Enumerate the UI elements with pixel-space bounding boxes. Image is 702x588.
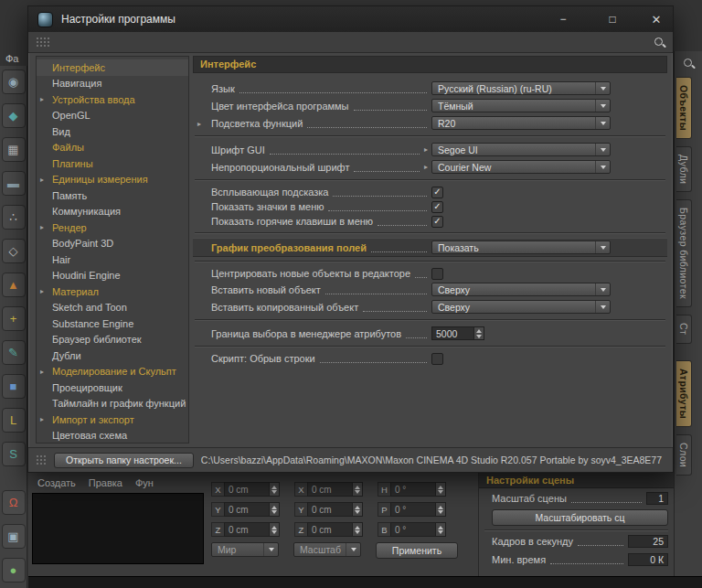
sidebar-item[interactable]: Память: [37, 187, 188, 204]
sidebar-item[interactable]: ▸Единицы измерения: [37, 172, 188, 188]
sidebar-item[interactable]: Файлы: [37, 140, 188, 156]
sidebar-item[interactable]: ▸Моделирование и Скульпт: [37, 364, 188, 380]
drag-grip[interactable]: [36, 37, 50, 48]
spline-tool-icon[interactable]: S: [2, 442, 26, 466]
setting-dropdown[interactable]: Показать: [431, 241, 611, 254]
tab-doubles[interactable]: Дубли: [676, 146, 692, 192]
spline-pen-icon[interactable]: ✎: [2, 340, 26, 365]
sidebar-item[interactable]: Таймлайн и график функций: [37, 396, 188, 412]
sidebar-item[interactable]: Браузер библиотек: [37, 332, 188, 348]
sidebar-item[interactable]: Интерфейс: [37, 59, 188, 76]
world-system-dropdown[interactable]: Мир: [211, 542, 279, 557]
lock-icon[interactable]: ●: [2, 558, 26, 583]
sidebar-item[interactable]: Цветовая схема: [37, 428, 188, 444]
coordinate-input[interactable]: 0 °: [390, 502, 436, 517]
minimize-button[interactable]: −: [548, 6, 578, 32]
sidebar-item[interactable]: Sketch and Toon: [37, 300, 188, 316]
scene-value-input[interactable]: 25: [628, 535, 668, 548]
texture-mode-icon[interactable]: ▦: [2, 137, 26, 162]
sidebar-item[interactable]: Плагины: [37, 155, 188, 172]
setting-dropdown[interactable]: Русский (Russian) (ru-RU): [431, 81, 611, 95]
spinner-arrows-icon[interactable]: [353, 482, 363, 497]
search-icon[interactable]: [683, 58, 695, 69]
setting-checkbox[interactable]: ✓: [431, 187, 443, 198]
setting-dropdown[interactable]: Тёмный: [431, 99, 611, 112]
close-button[interactable]: ✕: [642, 6, 671, 32]
scene-value-input[interactable]: 0 К: [628, 553, 668, 566]
cube-primitive-icon[interactable]: ■: [2, 374, 26, 399]
menu-item[interactable]: Правка: [89, 477, 122, 488]
sidebar-item[interactable]: Проецировщик: [37, 380, 188, 396]
tab-attributes[interactable]: Атрибуты: [676, 360, 692, 427]
viewport-solo-icon[interactable]: ▣: [2, 524, 26, 549]
sidebar-item[interactable]: Коммуникация: [37, 204, 188, 220]
maximize-button[interactable]: □: [598, 6, 627, 32]
sidebar-item[interactable]: ▸Импорт и экспорт: [37, 412, 188, 428]
spinner-arrows-icon[interactable]: [353, 502, 363, 517]
sidebar-item[interactable]: Навигация: [37, 76, 188, 92]
file-menu-item[interactable]: Фа: [5, 53, 18, 64]
coordinate-input[interactable]: 0 cm: [307, 522, 353, 537]
coordinate-input[interactable]: 0 cm: [224, 502, 270, 517]
polygons-mode-icon[interactable]: ▲: [2, 273, 26, 297]
scene-value-input[interactable]: 1: [646, 492, 668, 505]
spinner-arrows-icon[interactable]: [270, 482, 280, 497]
dotted-leader: [325, 285, 427, 294]
sidebar-item[interactable]: ▸Рендер: [37, 219, 188, 236]
separator: [195, 346, 665, 347]
workplane-icon[interactable]: ▬: [2, 171, 26, 196]
sidebar-item[interactable]: Houdini Engine: [37, 268, 188, 284]
sidebar-item[interactable]: ▸Устройства ввода: [37, 91, 188, 108]
edges-mode-icon[interactable]: ◇: [2, 239, 26, 263]
sidebar-item[interactable]: Дубли: [37, 347, 188, 364]
dialog-titlebar[interactable]: Настройки программы − □ ✕: [28, 6, 673, 32]
spinner-arrows-icon[interactable]: [353, 522, 363, 537]
scale-scene-button[interactable]: Масштабировать сц: [492, 509, 668, 526]
tab-layers[interactable]: Слои: [676, 434, 692, 476]
setting-dropdown[interactable]: Segoe UI: [431, 143, 611, 156]
scale-mode-dropdown[interactable]: Масштаб: [293, 542, 361, 557]
open-settings-folder-button[interactable]: Открыть папку настроек...: [54, 453, 194, 468]
setting-checkbox[interactable]: [431, 353, 443, 365]
left-toolbar: ◉◆▦▬∴◇▲+✎■LSΩ▣●: [0, 66, 27, 588]
spinner-arrows-icon[interactable]: [436, 522, 446, 537]
snap-magnet-icon[interactable]: Ω: [2, 490, 26, 515]
coordinate-input[interactable]: 0 cm: [224, 482, 270, 497]
camera-tool-icon[interactable]: ◉: [2, 69, 26, 94]
sidebar-item[interactable]: Hair: [37, 251, 188, 268]
enable-axis-icon[interactable]: +: [2, 306, 26, 331]
spinner-arrows-icon[interactable]: [436, 502, 446, 517]
sidebar-item[interactable]: Substance Engine: [37, 315, 188, 332]
setting-checkbox[interactable]: ✓: [431, 201, 443, 213]
sidebar-item[interactable]: ▸Материал: [37, 283, 188, 300]
coordinate-input[interactable]: 0 cm: [224, 522, 270, 537]
tab-structure[interactable]: Ст: [676, 315, 692, 343]
drag-grip[interactable]: [36, 454, 47, 465]
tab-objects[interactable]: Объекты: [676, 77, 692, 139]
spinner-arrows-icon[interactable]: [436, 482, 446, 497]
coordinate-input[interactable]: 0 cm: [307, 482, 353, 497]
setting-checkbox[interactable]: [431, 268, 443, 280]
setting-dropdown[interactable]: Сверху: [431, 283, 611, 296]
coordinate-input[interactable]: 0 °: [390, 522, 436, 537]
setting-checkbox[interactable]: ✓: [431, 216, 443, 228]
coordinate-input[interactable]: 0 cm: [307, 502, 353, 517]
spinner-arrows-icon[interactable]: [270, 502, 280, 517]
tab-content-browser[interactable]: Браузер библиотек: [676, 199, 692, 307]
search-icon[interactable]: [654, 37, 665, 48]
setting-spinner[interactable]: 5000: [431, 326, 484, 340]
menu-item[interactable]: Создать: [37, 477, 76, 488]
spinner-arrows-icon[interactable]: [270, 522, 280, 537]
sidebar-item[interactable]: Вид: [37, 123, 188, 140]
axis-locate-icon[interactable]: L: [2, 408, 26, 433]
setting-dropdown[interactable]: Сверху: [431, 300, 611, 314]
apply-button[interactable]: Применить: [376, 542, 458, 559]
coordinate-input[interactable]: 0 °: [390, 482, 436, 497]
menu-item[interactable]: Фун: [135, 477, 154, 488]
sidebar-item[interactable]: BodyPaint 3D: [37, 236, 188, 252]
setting-dropdown[interactable]: Courier New: [431, 160, 611, 174]
sidebar-item[interactable]: OpenGL: [37, 108, 188, 124]
setting-dropdown[interactable]: R20: [431, 116, 611, 130]
model-mode-icon[interactable]: ◆: [2, 103, 26, 128]
points-mode-icon[interactable]: ∴: [2, 205, 26, 230]
